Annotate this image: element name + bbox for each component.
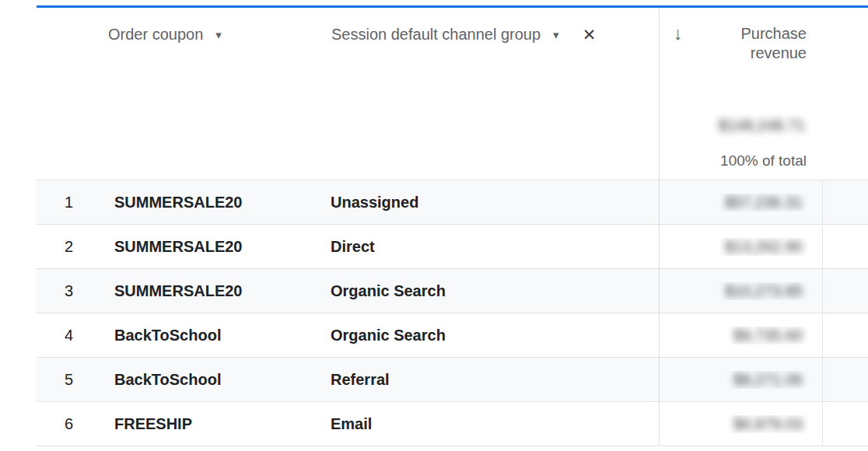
channel-group-value: Unassigned — [331, 194, 658, 212]
purchase-revenue-value-redacted: $6,879.03 — [733, 415, 803, 432]
order-coupon-value: FREESHIP — [114, 415, 331, 433]
purchase-revenue-column-header[interactable]: Purchase revenue — [741, 24, 807, 63]
chevron-down-icon[interactable]: ▾ — [553, 29, 559, 40]
row-index: 6 — [37, 415, 114, 433]
table-row[interactable]: 1 SUMMERSALE20 Unassigned $57,236.31 — [37, 180, 868, 225]
table-body: 1 SUMMERSALE20 Unassigned $57,236.31 2 S… — [37, 180, 868, 446]
table-row[interactable]: 4 BackToSchool Organic Search $9,735.60 — [37, 313, 868, 358]
channel-group-column-header[interactable]: Session default channel group ▾ ✕ — [331, 26, 596, 44]
total-purchase-revenue-redacted: $148,248.71 — [719, 117, 805, 135]
purchase-revenue-value-redacted: $9,735.60 — [733, 327, 803, 344]
table-row[interactable]: 6 FREESHIP Email $6,879.03 — [37, 402, 868, 446]
purchase-revenue-label-line1: Purchase — [741, 24, 807, 44]
analytics-exploration-table: Order coupon ▾ Session default channel g… — [0, 0, 868, 451]
table-top-accent-line — [37, 5, 868, 8]
channel-group-value: Referral — [331, 371, 658, 389]
row-index: 4 — [37, 327, 114, 344]
channel-group-value: Organic Search — [331, 327, 658, 344]
order-coupon-value: SUMMERSALE20 — [114, 282, 331, 300]
order-coupon-value: SUMMERSALE20 — [114, 194, 331, 212]
channel-group-value: Direct — [331, 238, 658, 256]
row-index: 5 — [37, 371, 114, 389]
purchase-revenue-value-redacted: $8,271.06 — [733, 371, 803, 388]
chevron-down-icon[interactable]: ▾ — [215, 29, 222, 40]
purchase-revenue-value-redacted: $57,236.31 — [725, 194, 803, 211]
row-index: 1 — [37, 194, 114, 212]
dimension-metric-divider — [659, 8, 660, 446]
table-row[interactable]: 3 SUMMERSALE20 Organic Search $10,273.85 — [37, 269, 868, 313]
channel-group-label: Session default channel group — [331, 26, 541, 44]
order-coupon-value: SUMMERSALE20 — [114, 238, 331, 256]
channel-group-value: Organic Search — [331, 282, 658, 300]
table-row[interactable]: 5 BackToSchool Referral $8,271.06 — [37, 358, 868, 402]
metric-column-right-edge — [822, 180, 823, 446]
row-index: 3 — [37, 282, 114, 300]
sort-descending-icon[interactable]: ↓ — [674, 23, 683, 44]
order-coupon-value: BackToSchool — [114, 371, 331, 389]
purchase-revenue-value-redacted: $13,262.90 — [725, 238, 803, 255]
row-index: 2 — [37, 238, 114, 256]
purchase-revenue-label-line2: revenue — [741, 44, 807, 63]
close-icon[interactable]: ✕ — [583, 26, 597, 43]
percent-of-total-label: 100% of total — [720, 152, 807, 170]
table-row[interactable]: 2 SUMMERSALE20 Direct $13,262.90 — [37, 225, 868, 269]
channel-group-value: Email — [331, 415, 658, 433]
order-coupon-column-header[interactable]: Order coupon ▾ — [108, 26, 222, 44]
purchase-revenue-value-redacted: $10,273.85 — [725, 282, 803, 299]
order-coupon-value: BackToSchool — [114, 327, 331, 344]
order-coupon-label: Order coupon — [108, 26, 203, 44]
